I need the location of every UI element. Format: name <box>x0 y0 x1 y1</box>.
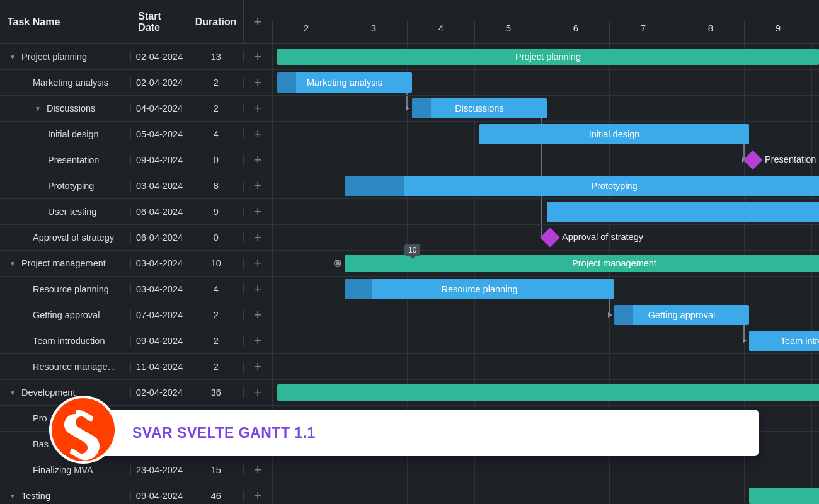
release-banner-title: SVAR SVELTE GANTT 1.1 <box>132 425 316 442</box>
milestone[interactable] <box>540 227 559 247</box>
task-row[interactable]: Prototyping03-04-20248+ <box>0 173 272 199</box>
milestone-label: Approval of strategy <box>562 232 643 242</box>
timeline-row[interactable]: Project planning <box>272 44 819 70</box>
bar-label: Project planning <box>515 52 581 62</box>
timeline-row[interactable]: Resource planning <box>272 277 819 302</box>
bar-label: Project management <box>572 258 656 268</box>
bar-label: Prototyping <box>591 181 637 191</box>
timeline-row[interactable]: Prototyping <box>272 173 819 199</box>
add-subtask-button[interactable]: + <box>244 255 272 272</box>
task-name: Initial design <box>48 129 99 139</box>
plus-icon: + <box>254 126 262 142</box>
timeline-row[interactable]: Marketing analysis <box>272 70 819 96</box>
timeline-row[interactable] <box>272 199 819 225</box>
task-duration: 10 <box>188 258 244 268</box>
add-subtask-button[interactable]: + <box>244 100 272 117</box>
timeline-row[interactable]: Team introduction <box>272 328 819 354</box>
chevron-down-icon[interactable]: ▼ <box>33 105 43 112</box>
timeline-row[interactable] <box>272 483 819 504</box>
gantt-bar[interactable]: Project planning <box>277 49 819 65</box>
add-subtask-button[interactable]: + <box>244 178 272 194</box>
task-row[interactable]: Getting approval07-04-20242+ <box>0 302 272 328</box>
timeline-row[interactable]: Getting approval <box>272 302 819 328</box>
day-header[interactable]: 8 <box>677 21 744 43</box>
chevron-down-icon[interactable]: ▼ <box>8 493 18 500</box>
task-row[interactable]: Finalizing MVA23-04-202415+ <box>0 457 272 483</box>
column-header-duration[interactable]: Duration <box>188 0 244 43</box>
day-header[interactable]: 9 <box>744 21 811 43</box>
gantt-bar[interactable] <box>547 202 819 222</box>
add-subtask-button[interactable]: + <box>244 229 272 246</box>
column-header-add[interactable]: + <box>244 0 272 43</box>
task-row[interactable]: Resource manage…11-04-20242+ <box>0 354 272 380</box>
task-row[interactable]: ▼Project planning02-04-202413+ <box>0 44 272 70</box>
add-subtask-button[interactable]: + <box>244 203 272 220</box>
task-name: Approval of strategy <box>33 232 114 243</box>
task-row[interactable]: ▼Discussions04-04-20242+ <box>0 96 272 122</box>
gantt-bar[interactable]: Prototyping <box>345 176 819 196</box>
day-header[interactable]: 3 <box>340 21 407 43</box>
timeline-row[interactable]: Initial design <box>272 122 819 147</box>
release-banner: SVAR SVELTE GANTT 1.1 <box>68 410 759 456</box>
task-name: Marketing analysis <box>33 77 108 88</box>
task-row[interactable]: Presentation09-04-20240+ <box>0 147 272 173</box>
task-duration: 15 <box>188 465 244 475</box>
timeline-row[interactable]: Project management10 <box>272 251 819 277</box>
plus-icon: + <box>254 462 262 478</box>
task-row[interactable]: ▼Development02-04-202436+ <box>0 380 272 406</box>
gantt-bar[interactable]: Project management <box>345 255 819 272</box>
add-subtask-button[interactable]: + <box>244 152 272 168</box>
plus-icon: + <box>254 178 262 194</box>
add-subtask-button[interactable]: + <box>244 74 272 91</box>
column-header-name[interactable]: Task Name <box>0 0 130 43</box>
timeline-row[interactable]: Discussions <box>272 96 819 122</box>
gantt-bar[interactable]: Initial design <box>479 124 749 144</box>
task-name: Resource planning <box>33 284 109 294</box>
plus-icon: + <box>254 358 262 375</box>
column-header-start[interactable]: Start Date <box>130 0 188 43</box>
task-start: 02-04-2024 <box>131 387 189 398</box>
task-row[interactable]: Initial design05-04-20244+ <box>0 122 272 147</box>
task-start: 03-04-2024 <box>131 284 189 294</box>
day-header[interactable]: 5 <box>474 21 542 43</box>
timeline-row[interactable] <box>272 354 819 380</box>
chevron-down-icon[interactable]: ▼ <box>8 389 18 396</box>
task-row[interactable]: ▼Testing09-04-202446+ <box>0 483 272 504</box>
gantt-bar[interactable]: Discussions <box>412 98 547 118</box>
gantt-bar[interactable]: Getting approval <box>614 305 749 325</box>
gantt-bar[interactable] <box>277 384 819 401</box>
chevron-down-icon[interactable]: ▼ <box>8 260 18 267</box>
day-header[interactable]: 7 <box>609 21 677 43</box>
gantt-bar[interactable]: Resource planning <box>345 279 614 299</box>
task-row[interactable]: ▼Project management03-04-202410+ <box>0 251 272 277</box>
chevron-down-icon[interactable]: ▼ <box>8 54 18 60</box>
add-subtask-button[interactable]: + <box>244 49 272 65</box>
task-row[interactable]: Marketing analysis02-04-20242+ <box>0 70 272 96</box>
timeline-row[interactable]: Presentation <box>272 147 819 173</box>
gantt-bar[interactable]: Team introduction <box>749 331 819 351</box>
timeline-row[interactable] <box>272 457 819 483</box>
add-subtask-button[interactable]: + <box>244 358 272 375</box>
add-subtask-button[interactable]: + <box>244 281 272 297</box>
milestone[interactable] <box>743 150 762 169</box>
bar-label: Resource planning <box>442 284 518 294</box>
gantt-bar[interactable] <box>749 488 819 504</box>
add-subtask-button[interactable]: + <box>244 384 272 401</box>
gantt-bar[interactable]: Marketing analysis <box>277 72 412 93</box>
add-subtask-button[interactable]: + <box>244 333 272 349</box>
timeline-row[interactable] <box>272 380 819 406</box>
plus-icon: + <box>254 229 262 246</box>
add-subtask-button[interactable]: + <box>244 488 272 504</box>
day-header[interactable]: 2 <box>272 21 340 43</box>
link-handle[interactable] <box>334 260 341 267</box>
day-header[interactable]: 6 <box>542 21 609 43</box>
add-subtask-button[interactable]: + <box>244 462 272 478</box>
add-subtask-button[interactable]: + <box>244 307 272 323</box>
timeline-row[interactable]: Approval of strategy <box>272 225 819 251</box>
task-row[interactable]: Resource planning03-04-20244+ <box>0 277 272 302</box>
add-subtask-button[interactable]: + <box>244 126 272 142</box>
task-row[interactable]: Team introduction09-04-20242+ <box>0 328 272 354</box>
task-row[interactable]: Approval of strategy06-04-20240+ <box>0 225 272 251</box>
task-row[interactable]: User testing06-04-20249+ <box>0 199 272 225</box>
day-header[interactable]: 4 <box>407 21 474 43</box>
